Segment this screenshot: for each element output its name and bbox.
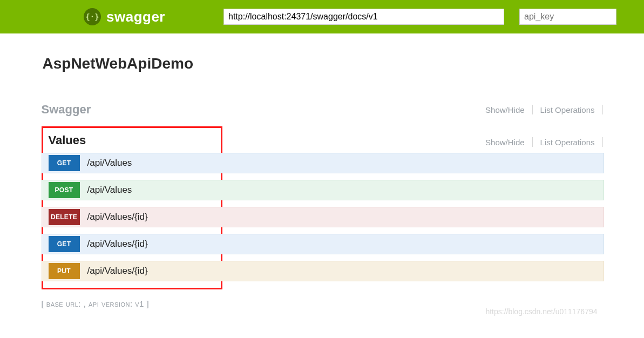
docs-url-input[interactable] [223,9,504,25]
operation-path[interactable]: /api/Values/{id} [87,212,148,222]
api-title: AspNetWebApiDemo [43,55,603,72]
operation-row[interactable]: POST /api/Values [49,180,215,200]
api-key-input[interactable] [519,9,616,25]
brand-text: swagger [106,9,165,25]
section-values-title: Values [49,133,86,147]
operation-row[interactable]: GET /api/Values [49,153,215,173]
section-values-header[interactable]: Values [49,133,215,147]
section-swagger-actions: Show/Hide List Operations [478,105,602,114]
operation-row[interactable]: GET /api/Values/{id} [49,234,215,254]
header-inner: {·} swagger [0,8,644,25]
method-badge-post: POST [49,182,80,198]
highlight-values-box: Values GET /api/Values POST /api/Values [42,126,222,289]
operation-row[interactable]: PUT /api/Values/{id} [49,261,215,281]
operation-path[interactable]: /api/Values/{id} [87,266,148,276]
main-content: AspNetWebApiDemo Swagger Show/Hide List … [42,33,603,319]
operation-path[interactable]: /api/Values [87,158,132,168]
method-badge-put: PUT [49,263,80,279]
section-swagger-header[interactable]: Swagger Show/Hide List Operations [42,99,603,121]
list-operations-link[interactable]: List Operations [533,105,602,114]
swagger-icon: {·} [84,8,101,25]
operation-path[interactable]: /api/Values/{id} [87,239,148,249]
section-swagger-title: Swagger [42,103,91,117]
method-badge-delete: DELETE [49,209,80,225]
divider [602,137,603,147]
operation-path[interactable]: /api/Values [87,185,132,195]
watermark-text: https://blog.csdn.net/u011176794 [485,307,597,316]
top-header: {·} swagger [0,0,644,33]
show-hide-link[interactable]: Show/Hide [478,105,532,114]
operation-row[interactable]: DELETE /api/Values/{id} [49,207,215,227]
method-badge-get: GET [49,155,80,171]
section-values-wrap: Show/Hide List Operations Values GET /ap… [42,126,603,289]
list-operations-link[interactable]: List Operations [533,138,602,147]
method-badge-get: GET [49,236,80,252]
section-values-actions: Show/Hide List Operations [478,137,602,147]
brand-logo[interactable]: {·} swagger [84,8,165,25]
divider [602,105,603,114]
show-hide-link[interactable]: Show/Hide [478,138,532,147]
operations-list: GET /api/Values POST /api/Values DELETE [49,153,215,281]
